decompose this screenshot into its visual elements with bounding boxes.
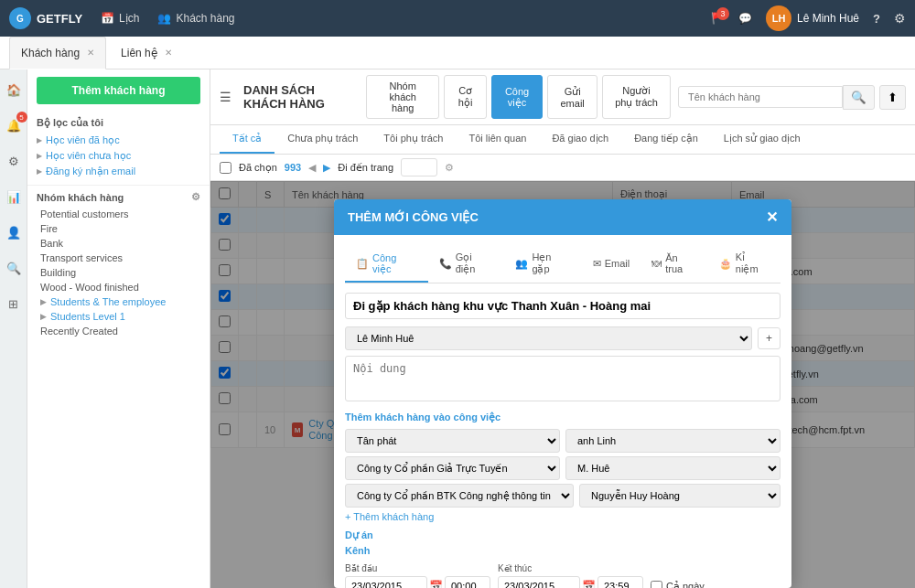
subtab-toiienquan[interactable]: Tôi liên quan <box>456 125 539 154</box>
task-tab-congviec[interactable]: 📋 Công việc <box>345 246 428 283</box>
total-count: 993 <box>285 162 301 173</box>
all-day-check: Cả ngày <box>651 581 705 588</box>
select-all-checkbox[interactable] <box>220 162 231 174</box>
customer-select-3a[interactable]: Công ty Cổ phần BTK Công nghệ thông tin <box>345 484 574 508</box>
modal-close-button[interactable]: ✕ <box>766 208 778 226</box>
customer-row-1: Tân phát anh Linh <box>345 429 780 453</box>
subtab-lichsugiaodich[interactable]: Lịch sử giao dịch <box>711 125 813 154</box>
sidebar-icon-chart[interactable]: 📊 <box>3 186 25 208</box>
group-recently-created[interactable]: Recently Created <box>37 324 200 338</box>
filter-hocvien-dahoc[interactable]: Học viên đã học <box>37 133 200 148</box>
table-area: S Tên khách hàng Điện thoại Email <box>210 181 915 588</box>
main-layout: 🏠 🔔 5 ⚙ 📊 👤 🔍 ⊞ Thêm khách hàng Bộ lọc c… <box>0 69 915 588</box>
customer-select-3b[interactable]: Nguyễn Huy Hoàng <box>579 484 780 508</box>
all-day-checkbox[interactable] <box>651 581 662 588</box>
btn-nguoiphutrach[interactable]: Người phụ trách <box>602 75 671 119</box>
subtab-dagiaodich[interactable]: Đã giao dịch <box>539 125 621 154</box>
end-time-input[interactable] <box>597 576 643 588</box>
sidebar-icon-users[interactable]: 👤 <box>3 221 25 243</box>
da-chon-label: Đã chọn <box>239 162 277 174</box>
pagination-arrow-right[interactable]: ▶ <box>323 162 330 174</box>
btn-nhomkhachhang[interactable]: Nhóm khách hàng <box>366 75 439 119</box>
add-more-customer-link[interactable]: + Thêm khách hàng <box>345 511 780 522</box>
group-students-employee[interactable]: ▶ Students & The employee <box>37 294 200 309</box>
group-transport[interactable]: Transport services <box>37 251 200 265</box>
pagination-settings-icon[interactable]: ⚙ <box>445 162 454 174</box>
user-name: Lê Minh Huê <box>797 12 859 25</box>
btn-guiemail[interactable]: Gửi email <box>547 75 597 119</box>
filter-section: Bộ lọc của tôi Học viên đã học Học viên … <box>27 112 210 186</box>
page-number-input[interactable]: 1 <box>401 158 437 176</box>
user-info: LH Lê Minh Huê <box>766 5 859 31</box>
tab-lienhe-label: Liên hệ <box>121 47 157 59</box>
brand-icon: G <box>9 7 31 29</box>
assigned-select[interactable]: Lê Minh Huê <box>345 326 752 350</box>
tab-lienhe[interactable]: Liên hệ ✕ <box>110 37 183 69</box>
settings-btn[interactable]: ⚙ <box>894 11 906 26</box>
customer-select-1b[interactable]: anh Linh <box>565 429 780 453</box>
end-date-calendar-icon[interactable]: 📅 <box>582 580 596 588</box>
subtab-tatca[interactable]: Tất cả <box>220 125 274 154</box>
tab-khachhang-close[interactable]: ✕ <box>87 48 94 58</box>
noidung-textarea[interactable] <box>345 356 780 401</box>
end-date-input[interactable] <box>498 576 580 588</box>
sidebar-icon-search[interactable]: 🔍 <box>3 257 25 279</box>
customer-select-2a[interactable]: Công ty Cổ phần Giả Trực Tuyến <box>345 456 560 480</box>
add-khachhang-button[interactable]: Thêm khách hàng <box>37 77 200 104</box>
hamburger-icon[interactable]: ☰ <box>220 90 231 104</box>
task-tab-email[interactable]: ✉ Email <box>582 246 641 283</box>
search-button[interactable]: 🔍 <box>843 85 875 110</box>
filter-dangky[interactable]: Đăng ký nhận email <box>37 164 200 179</box>
filter-hocvien-chuahoc[interactable]: Học viên chưa học <box>37 148 200 164</box>
upload-button[interactable]: ⬆ <box>879 85 906 110</box>
pagination-arrow-left[interactable]: ◀ <box>308 162 316 174</box>
customer-select-2b[interactable]: M. Huê <box>565 456 780 480</box>
expand-icon: ▶ <box>40 297 47 306</box>
task-tab-antrua[interactable]: 🍽 Ăn trua <box>640 246 708 283</box>
task-tab-kiniem-icon: 🎂 <box>719 258 732 270</box>
group-settings-icon[interactable]: ⚙ <box>191 191 200 203</box>
chat-icon-btn[interactable]: 💬 <box>738 12 752 25</box>
customer-select-1a[interactable]: Tân phát <box>345 429 560 453</box>
help-btn[interactable]: ? <box>873 12 880 26</box>
end-date-input-wrap: 📅 <box>498 576 643 588</box>
nav-khachhang[interactable]: 👥 Khách hàng <box>157 12 234 25</box>
go-to-page-label: Đi đến trang <box>338 162 393 174</box>
search-wrapper: 🔍 ⬆ <box>678 85 906 110</box>
users-icon: 👥 <box>157 12 171 25</box>
btn-cohoi[interactable]: Cơ hội <box>444 75 486 119</box>
start-time-input[interactable] <box>445 576 490 588</box>
add-customer-link[interactable]: Thêm khách hàng vào công việc <box>345 412 780 423</box>
task-tab-goidien[interactable]: 📞 Gọi điện <box>428 246 505 283</box>
task-title-input[interactable] <box>345 293 780 319</box>
subtab-chuaphutach[interactable]: Chưa phụ trách <box>274 125 371 154</box>
start-date-calendar-icon[interactable]: 📅 <box>429 580 443 588</box>
flag-badge[interactable]: 🚩 3 <box>711 12 725 25</box>
start-date-input-wrap: 📅 <box>345 576 490 588</box>
modal-overlay: THÊM MỚI CÔNG VIỆC ✕ 📋 Công việc 📞 <box>210 181 915 588</box>
brand-logo[interactable]: G GETFLY <box>9 7 82 29</box>
group-bank[interactable]: Bank <box>37 236 200 251</box>
top-nav-right: 🚩 3 💬 LH Lê Minh Huê ? ⚙ <box>711 5 906 31</box>
start-date-input[interactable] <box>345 576 427 588</box>
sidebar-icon-settings[interactable]: ⚙ <box>3 150 25 172</box>
tab-khachhang[interactable]: Khách hàng ✕ <box>9 37 106 69</box>
subtab-toiphutach[interactable]: Tôi phụ trách <box>371 125 456 154</box>
subtab-dangtiepchan[interactable]: Đang tiếp cận <box>621 125 711 154</box>
group-wood[interactable]: Wood - Wood finished <box>37 280 200 294</box>
task-tab-kiniem[interactable]: 🎂 Kỉ niệm <box>708 246 780 283</box>
add-assignee-button[interactable]: + <box>758 327 780 349</box>
sidebar-icon-grid[interactable]: ⊞ <box>3 293 25 315</box>
content-header: ☰ DANH SÁCH KHÁCH HÀNG Nhóm khách hàng C… <box>210 69 915 125</box>
sidebar-icon-bell[interactable]: 🔔 5 <box>3 114 25 136</box>
task-tab-hengap[interactable]: 👥 Hẹn gặp <box>504 246 581 283</box>
group-potential[interactable]: Potential customers <box>37 207 200 221</box>
nav-lich[interactable]: 📅 Lịch <box>101 12 139 25</box>
tab-lienhe-close[interactable]: ✕ <box>165 48 172 58</box>
sidebar-icon-home[interactable]: 🏠 <box>3 79 25 101</box>
btn-congviec[interactable]: Công việc <box>491 75 543 119</box>
search-input[interactable] <box>678 86 843 108</box>
group-students-level1[interactable]: ▶ Students Level 1 <box>37 309 200 324</box>
group-fire[interactable]: Fire <box>37 221 200 236</box>
group-building[interactable]: Building <box>37 265 200 280</box>
